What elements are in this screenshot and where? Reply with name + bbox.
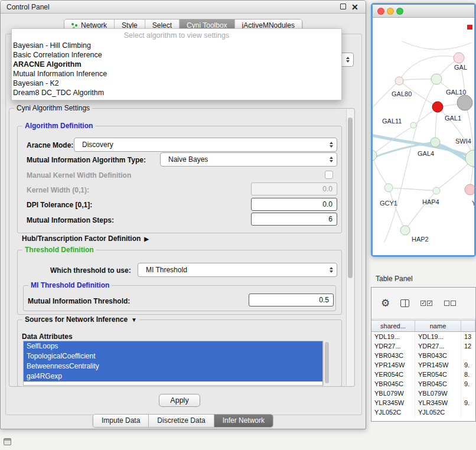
apply-button[interactable]: Apply [159, 394, 200, 407]
network-edge[interactable] [400, 79, 436, 80]
dpi-tolerance-field[interactable]: 0.0 [251, 198, 337, 211]
table-cell: YPR145W [415, 360, 461, 370]
settings-scrollbar[interactable] [346, 109, 354, 386]
float-window-icon[interactable] [340, 4, 346, 9]
attribute-item-selfloops[interactable]: SelfLoops [24, 341, 322, 351]
data-attributes-list[interactable]: SelfLoopsTopologicalCoefficientBetweenne… [23, 341, 323, 386]
table-cell [461, 351, 475, 360]
table-row[interactable]: YDR27...YDR27...12 [371, 341, 475, 351]
node-label: GAL11 [382, 118, 402, 125]
table-cell: 9. [461, 379, 475, 389]
network-node[interactable] [400, 226, 410, 235]
dropdown-option-bayesian-hill-climbing[interactable]: Bayesian - Hill Climbing [12, 41, 341, 50]
dpi-tolerance-label: DPI Tolerance [0,1]: [27, 201, 92, 209]
network-edge[interactable] [373, 156, 389, 187]
network-node[interactable] [465, 150, 474, 167]
network-node[interactable] [395, 77, 403, 85]
network-canvas[interactable]: GALGAL80GAL10GAL1GAL11SWI4GAL4GCY1HAP4YH… [373, 18, 474, 255]
which-threshold-select[interactable]: MI Threshold [138, 263, 337, 277]
network-edge[interactable] [384, 81, 435, 242]
manual-kernel-width-checkbox[interactable] [325, 171, 333, 179]
network-node[interactable] [431, 138, 440, 147]
table-row[interactable]: YER054CYER054C8. [371, 370, 475, 379]
table-cell: 13 [461, 332, 475, 341]
table-cell: YER054C [371, 370, 415, 379]
table-row[interactable]: YBR045CYBR045C9. [371, 379, 475, 389]
mi-algorithm-type-label: Mutual Information Algorithm Type: [27, 156, 146, 164]
empty-box-icon [451, 301, 456, 306]
hub-definition-toggle[interactable]: Hub/Transcription Factor Definition▶ [22, 234, 149, 243]
network-edge[interactable] [413, 108, 436, 125]
network-node[interactable] [433, 187, 440, 194]
network-node[interactable] [384, 184, 393, 192]
table-cell: YDL19... [415, 332, 461, 341]
close-traffic-light-icon[interactable] [377, 8, 384, 15]
network-node[interactable] [454, 53, 464, 63]
aracne-mode-select[interactable]: Discovery [74, 138, 337, 152]
gear-icon[interactable]: ⚙ [381, 297, 390, 309]
table-panel-title: Table Panel [376, 275, 413, 283]
mi-steps-field[interactable]: 6 [251, 213, 337, 226]
select-none-icon[interactable] [444, 301, 457, 306]
table-row[interactable]: YPR145WYPR145W9. [371, 360, 475, 370]
dropdown-option-mutual-information-inference[interactable]: Mutual Information Inference [12, 69, 341, 79]
close-window-icon[interactable]: ✕ [351, 3, 358, 11]
settings-scrollbar-thumb[interactable] [348, 118, 353, 278]
dropdown-option-basic-correlation-inference[interactable]: Basic Correlation Inference [12, 50, 341, 60]
table-cell: YBR043C [415, 351, 461, 360]
attribute-item-betweennesscentrality[interactable]: BetweennessCentrality [24, 361, 322, 371]
algorithm-dropdown-popup: Select algorithm to view settings Bayesi… [11, 28, 342, 100]
mi-steps-label: Mutual Information Steps: [27, 216, 114, 224]
table-row[interactable]: YBL079WYBL079W [371, 389, 475, 398]
columns-icon[interactable] [400, 299, 409, 307]
column-header[interactable]: shared... [371, 321, 415, 331]
network-node[interactable] [410, 122, 416, 128]
sources-toggle[interactable]: Sources for Network Inference▼ [22, 315, 139, 324]
bottom-tab-discretize-data[interactable]: Discretize Data [148, 415, 213, 427]
table-row[interactable]: YBR043CYBR043C [371, 351, 475, 360]
mi-threshold-field[interactable]: 0.5 [249, 294, 334, 306]
network-window-titlebar[interactable] [373, 5, 474, 18]
table-row[interactable]: YJL052CYJL052C [371, 407, 475, 417]
network-edge[interactable] [435, 107, 438, 142]
expanded-arrow-icon: ▼ [131, 317, 137, 323]
network-edge[interactable] [389, 188, 435, 191]
node-label: GCY1 [380, 200, 397, 207]
column-header[interactable] [461, 321, 475, 331]
attributes-list-scrollbar[interactable] [323, 341, 330, 386]
attribute-item-topologicalcoefficient[interactable]: TopologicalCoefficient [24, 351, 322, 361]
select-all-icon[interactable] [420, 301, 433, 306]
network-node[interactable] [465, 184, 474, 195]
dropdown-option-dream8-dc-tdc-algorithm[interactable]: Dream8 DC_TDC Algorithm [12, 88, 341, 97]
node-table: ⚙ shared...name YDL19...YDL19...13YDR27.… [371, 287, 476, 422]
minimize-traffic-light-icon[interactable] [387, 8, 394, 15]
dropdown-option-aracne-algorithm[interactable]: ARACNE Algorithm [12, 60, 341, 69]
network-edge[interactable] [400, 56, 459, 79]
network-edge[interactable] [465, 103, 474, 157]
table-cell: YBR043C [371, 351, 415, 360]
network-node[interactable] [457, 95, 472, 110]
network-edge[interactable] [406, 192, 435, 229]
table-panel: Table Panel ⚙ shared...name YDL19...YDL1… [371, 272, 476, 424]
bottom-tab-impute-data[interactable]: Impute Data [93, 415, 148, 427]
attributes-scrollbar-thumb[interactable] [325, 342, 329, 383]
zoom-traffic-light-icon[interactable] [396, 8, 403, 15]
bottom-tab-infer-network[interactable]: Infer Network [214, 415, 273, 427]
table-header-row: shared...name [371, 320, 475, 332]
network-node[interactable] [431, 74, 442, 84]
mi-threshold-label: Mutual Information Threshold: [28, 297, 130, 305]
kernel-width-field[interactable]: 0.0 [251, 182, 337, 195]
control-panel-titlebar[interactable]: Control Panel ✕ [1, 1, 366, 14]
attribute-item-gal4rgexp[interactable]: gal4RGexp [24, 371, 322, 381]
network-icon [71, 22, 78, 29]
table-cell: YER054C [415, 370, 461, 379]
minimized-panel-icon[interactable] [4, 438, 11, 445]
network-node[interactable] [432, 102, 443, 112]
column-header[interactable]: name [415, 321, 461, 331]
combo-value: Naive Bayes [168, 155, 208, 164]
mi-algorithm-type-select[interactable]: Naive Bayes [160, 152, 337, 167]
table-row[interactable]: YDL19...YDL19...13 [371, 332, 475, 341]
table-row[interactable]: YLR345WYLR345W9. [371, 398, 475, 407]
network-edge[interactable] [402, 41, 472, 50]
dropdown-option-bayesian-k2[interactable]: Bayesian - K2 [12, 79, 341, 88]
